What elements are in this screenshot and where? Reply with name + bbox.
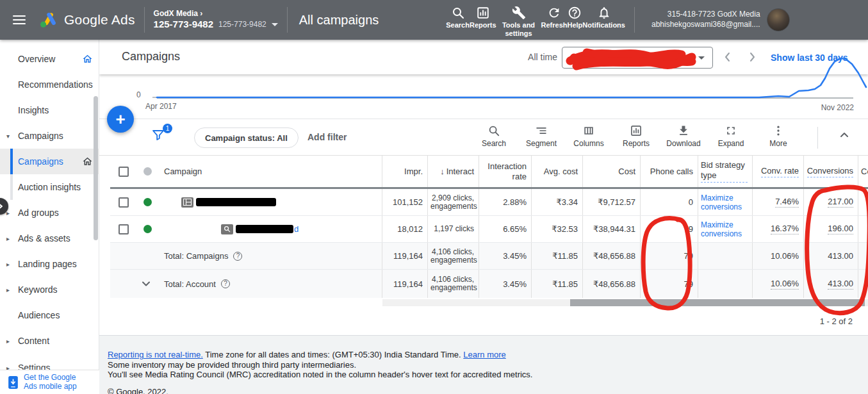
account-selector[interactable]: GodX Media › 125-773-9482 125-773-9482 — [154, 9, 278, 31]
user-account-line: 315-418-7723 GodX Media — [651, 10, 760, 20]
row-checkbox[interactable] — [119, 224, 129, 234]
sidebar-item-auction-insights[interactable]: Auction insights — [0, 174, 99, 200]
conv-rate-cell: 7.46% — [753, 189, 804, 215]
help-icon[interactable]: ? — [221, 279, 230, 288]
select-all-cell — [110, 156, 136, 187]
table-search-button[interactable]: Search — [470, 124, 518, 148]
campaign-status-chip[interactable]: Campaign status: All — [194, 127, 299, 148]
main-content: Campaigns All time Show last 30 days 0 A… — [99, 40, 868, 394]
sidebar-item-keywords[interactable]: ▸ Keywords — [0, 277, 99, 302]
select-all-checkbox[interactable] — [119, 167, 129, 177]
conversions-cell: 196.00 — [804, 216, 858, 242]
download-button[interactable]: Download — [660, 124, 707, 148]
sidebar-item-landing-pages[interactable]: ▸ Landing pages — [0, 251, 99, 277]
chevron-down-icon — [698, 56, 705, 60]
impressions-header[interactable]: Impr. — [382, 156, 428, 187]
tools-and-settings-button[interactable]: Tools and settings — [496, 2, 541, 37]
conversions-cell: 413.00 — [804, 243, 858, 269]
table-row: 101,152 2,909 clicks, engagements 2.88% … — [110, 189, 868, 216]
sidebar-item-audiences[interactable]: Audiences — [0, 302, 99, 328]
show-last-30-days-link[interactable]: Show last 30 days — [771, 53, 848, 63]
horizontal-scrollbar[interactable] — [382, 299, 868, 306]
filter-button[interactable]: 1 — [151, 127, 170, 147]
row-checkbox[interactable] — [119, 197, 129, 208]
interactions-cell: 2,909 clicks, engagements — [428, 189, 479, 215]
previous-period-button[interactable] — [722, 51, 733, 65]
conversions-header[interactable]: Conversions — [804, 156, 858, 187]
display-campaign-icon — [181, 197, 193, 208]
campaign-header[interactable]: Campaign — [161, 156, 382, 187]
menu-icon[interactable] — [13, 15, 26, 24]
refresh-icon — [547, 6, 561, 20]
new-campaign-fab[interactable]: + — [107, 106, 134, 133]
collapse-chart-button[interactable] — [839, 129, 850, 144]
interaction-rate-header[interactable]: Interaction rate — [479, 156, 532, 187]
table-header-row: Campaign Impr. ↓ Interact Interaction ra… — [110, 156, 868, 189]
sidebar-item-content[interactable]: ▸ Content — [0, 328, 99, 354]
cost-cell: ₹9,712.57 — [583, 189, 641, 215]
next-period-button[interactable] — [746, 51, 758, 65]
notifications-button[interactable]: Notifications — [582, 2, 625, 29]
horizontal-scrollbar-thumb[interactable] — [570, 299, 865, 306]
help-button[interactable]: Help — [568, 2, 583, 29]
subgroup-bar — [10, 174, 13, 200]
interactions-header[interactable]: ↓ Interact — [428, 156, 479, 187]
conv-rate-cell: 10.06% — [753, 270, 804, 298]
reporting-not-realtime-link[interactable]: Reporting is not real-time. — [108, 350, 203, 359]
date-range-picker[interactable] — [562, 47, 713, 69]
bid-strategy-cell[interactable]: Maximize conversions — [698, 216, 753, 242]
columns-icon — [582, 124, 595, 137]
campaign-name-cell[interactable]: d — [161, 216, 382, 242]
segment-button[interactable]: Segment — [518, 124, 565, 148]
bid-strategy-type-header[interactable]: Bid strategy type — [698, 156, 753, 187]
filter-count-badge: 1 — [163, 124, 172, 133]
learn-more-link[interactable]: Learn more — [463, 350, 505, 359]
divider — [634, 7, 635, 33]
table-reports-button[interactable]: Reports — [612, 124, 660, 148]
columns-button[interactable]: Columns — [565, 124, 612, 148]
avg-cost-cell: ₹3.34 — [532, 189, 583, 215]
impressions-cell: 119,164 — [382, 270, 428, 298]
refresh-button[interactable]: Refresh — [541, 2, 568, 29]
conversions-cell: 217.00 — [804, 189, 858, 215]
expand-button[interactable]: Expand — [707, 124, 755, 148]
truncated-header[interactable]: Co — [858, 156, 868, 187]
campaigns-table: Campaign Impr. ↓ Interact Interaction ra… — [99, 155, 868, 336]
expand-account-cell[interactable] — [136, 270, 161, 298]
mobile-phone-icon — [8, 375, 19, 390]
sidebar-item-recommendations[interactable]: Recommendations — [0, 72, 99, 97]
chevron-collapsed-icon: ▸ — [6, 261, 10, 268]
sidebar-item-insights[interactable]: Insights — [0, 97, 99, 123]
help-icon[interactable]: ? — [233, 252, 242, 261]
redacted-campaign-name — [236, 225, 293, 233]
mobile-app-link[interactable]: Get the Google Ads mobile app — [0, 370, 99, 394]
cost-header[interactable]: Cost — [583, 156, 641, 187]
search-icon — [487, 124, 500, 137]
page-header: Campaigns All time Show last 30 days — [99, 40, 868, 74]
sidebar-item-ads-assets[interactable]: ▸ Ads & assets — [0, 226, 99, 251]
chevron-down-icon — [141, 279, 151, 289]
avg-cost-header[interactable]: Avg. cost — [532, 156, 583, 187]
chevron-up-icon — [839, 129, 850, 141]
selected-indicator — [10, 149, 13, 174]
filter-toolbar: 1 Campaign status: All Add filter Search… — [99, 119, 868, 155]
reports-button[interactable]: Reports — [470, 2, 496, 29]
search-button[interactable]: Search — [446, 2, 470, 29]
google-ads-logo[interactable]: Google Ads — [40, 12, 135, 28]
account-id: 125-773-9482 — [154, 19, 213, 31]
add-filter-button[interactable]: Add filter — [307, 132, 347, 142]
phone-calls-header[interactable]: Phone calls — [641, 156, 698, 187]
sidebar-scrollbar[interactable] — [94, 96, 98, 240]
more-button[interactable]: More — [755, 124, 802, 148]
bid-strategy-cell[interactable]: Maximize conversions — [698, 189, 753, 215]
interaction-rate-cell: 2.88% — [479, 189, 532, 215]
sidebar-item-campaigns-group[interactable]: ▾ Campaigns — [0, 123, 99, 149]
sidebar: Overview Recommendations Insights ▾ Camp… — [0, 40, 99, 394]
sidebar-item-campaigns[interactable]: Campaigns — [0, 149, 99, 174]
sidebar-item-ad-groups[interactable]: ▸ Ad groups — [0, 200, 99, 226]
campaign-name-cell[interactable] — [161, 189, 382, 215]
conv-rate-header[interactable]: Conv. rate — [753, 156, 804, 187]
sidebar-item-overview[interactable]: Overview — [0, 46, 99, 72]
avatar[interactable] — [767, 8, 790, 31]
footer-line-2: Some inventory may be provided through t… — [108, 360, 844, 370]
